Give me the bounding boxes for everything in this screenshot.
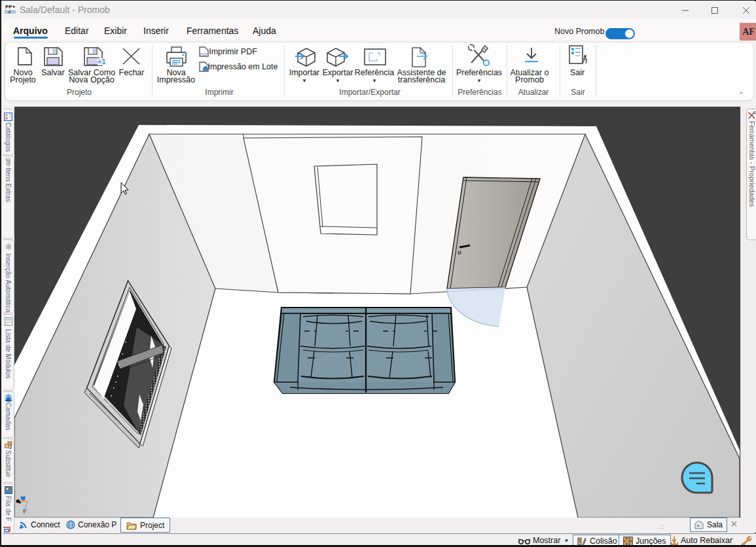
svg-text:PP+: PP+ — [5, 4, 16, 10]
svg-text:PDF: PDF — [200, 52, 208, 56]
